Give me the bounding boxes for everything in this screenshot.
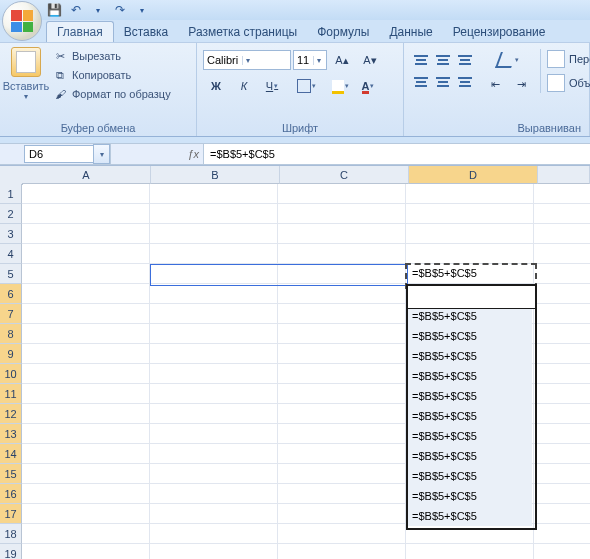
cell[interactable] bbox=[150, 264, 278, 284]
row-header[interactable]: 3 bbox=[0, 224, 22, 244]
cell[interactable] bbox=[150, 484, 278, 504]
cell[interactable] bbox=[534, 284, 590, 304]
cell-value[interactable]: =$B$5+$C$5 bbox=[409, 366, 480, 386]
col-header-E[interactable] bbox=[538, 166, 590, 184]
row-header[interactable]: 17 bbox=[0, 504, 22, 524]
cell[interactable] bbox=[150, 444, 278, 464]
cell[interactable] bbox=[22, 484, 150, 504]
font-color-button[interactable]: A bbox=[355, 75, 381, 97]
row-header[interactable]: 18 bbox=[0, 524, 22, 544]
shrink-font-button[interactable]: A▾ bbox=[357, 49, 383, 71]
row-header[interactable]: 4 bbox=[0, 244, 22, 264]
cell[interactable] bbox=[22, 524, 150, 544]
cell[interactable] bbox=[22, 384, 150, 404]
cell[interactable] bbox=[150, 204, 278, 224]
cell[interactable] bbox=[150, 344, 278, 364]
undo-icon[interactable]: ↶ bbox=[68, 2, 84, 18]
cell[interactable] bbox=[22, 204, 150, 224]
cell[interactable] bbox=[278, 224, 406, 244]
cell[interactable] bbox=[22, 344, 150, 364]
decrease-indent-button[interactable]: ⇤ bbox=[482, 73, 508, 95]
row-header[interactable]: 2 bbox=[0, 204, 22, 224]
cell[interactable] bbox=[278, 444, 406, 464]
cell[interactable] bbox=[22, 264, 150, 284]
cell-value[interactable]: =$B$5+$C$5 bbox=[409, 286, 480, 306]
cell[interactable] bbox=[278, 464, 406, 484]
cell[interactable] bbox=[534, 464, 590, 484]
cell[interactable] bbox=[278, 344, 406, 364]
cell[interactable] bbox=[22, 304, 150, 324]
cell[interactable] bbox=[534, 404, 590, 424]
cell[interactable] bbox=[278, 184, 406, 204]
cell-value[interactable]: =$B$5+$C$5 bbox=[409, 486, 480, 506]
row-header[interactable]: 19 bbox=[0, 544, 22, 559]
cell[interactable] bbox=[406, 544, 534, 559]
qat-customize-icon[interactable]: ▾ bbox=[134, 2, 150, 18]
cell[interactable] bbox=[22, 424, 150, 444]
cell[interactable] bbox=[278, 284, 406, 304]
cell[interactable] bbox=[534, 424, 590, 444]
copy-button[interactable]: ⧉ Копировать bbox=[52, 67, 171, 83]
cell[interactable] bbox=[22, 444, 150, 464]
cell[interactable] bbox=[278, 204, 406, 224]
cell[interactable] bbox=[150, 524, 278, 544]
align-bottom-button[interactable] bbox=[454, 49, 476, 71]
cell[interactable] bbox=[22, 544, 150, 559]
row-header[interactable]: 10 bbox=[0, 364, 22, 384]
cell[interactable] bbox=[278, 504, 406, 524]
cut-button[interactable]: ✂ Вырезать bbox=[52, 48, 171, 64]
cell[interactable] bbox=[150, 364, 278, 384]
tab-formulas[interactable]: Формулы bbox=[307, 22, 379, 42]
cell[interactable] bbox=[22, 364, 150, 384]
cell-D5[interactable]: =$B$5+$C$5 bbox=[409, 267, 480, 279]
cell[interactable] bbox=[22, 324, 150, 344]
row-header[interactable]: 1 bbox=[0, 184, 22, 204]
align-center-button[interactable] bbox=[432, 71, 454, 93]
row-header[interactable]: 12 bbox=[0, 404, 22, 424]
row-header[interactable]: 7 bbox=[0, 304, 22, 324]
name-box[interactable]: D6 ▾ bbox=[0, 144, 111, 164]
grow-font-button[interactable]: A▴ bbox=[329, 49, 355, 71]
tab-insert[interactable]: Вставка bbox=[114, 22, 179, 42]
row-header[interactable]: 14 bbox=[0, 444, 22, 464]
cell[interactable] bbox=[22, 504, 150, 524]
cell[interactable] bbox=[22, 244, 150, 264]
col-header-B[interactable]: B bbox=[151, 166, 280, 184]
cell[interactable] bbox=[278, 364, 406, 384]
underline-button[interactable]: Ч bbox=[259, 75, 285, 97]
format-painter-button[interactable]: 🖌 Формат по образцу bbox=[52, 86, 171, 102]
cell[interactable] bbox=[150, 284, 278, 304]
cell[interactable] bbox=[150, 424, 278, 444]
cell[interactable] bbox=[150, 224, 278, 244]
undo-dropdown-icon[interactable]: ▾ bbox=[90, 2, 106, 18]
row-header[interactable]: 13 bbox=[0, 424, 22, 444]
cell-value[interactable]: =$B$5+$C$5 bbox=[409, 346, 480, 366]
cell[interactable] bbox=[406, 244, 534, 264]
align-right-button[interactable] bbox=[454, 71, 476, 93]
cell-value[interactable]: =$B$5+$C$5 bbox=[409, 386, 480, 406]
align-left-button[interactable] bbox=[410, 71, 432, 93]
row-header[interactable]: 6 bbox=[0, 284, 22, 304]
cell[interactable] bbox=[22, 224, 150, 244]
cell[interactable] bbox=[150, 464, 278, 484]
cell-value[interactable]: =$B$5+$C$5 bbox=[409, 306, 480, 326]
row-header[interactable]: 11 bbox=[0, 384, 22, 404]
fx-icon[interactable]: ƒx bbox=[111, 144, 204, 164]
paste-button[interactable]: Вставить ▾ bbox=[4, 45, 48, 103]
cell[interactable] bbox=[534, 264, 590, 284]
cell[interactable] bbox=[150, 304, 278, 324]
wrap-text-button[interactable]: Перенос bbox=[547, 49, 590, 69]
cell[interactable] bbox=[534, 544, 590, 559]
cell[interactable] bbox=[278, 264, 406, 284]
cell[interactable] bbox=[406, 224, 534, 244]
increase-indent-button[interactable]: ⇥ bbox=[508, 73, 534, 95]
cell[interactable] bbox=[22, 184, 150, 204]
row-header[interactable]: 16 bbox=[0, 484, 22, 504]
cell[interactable] bbox=[278, 524, 406, 544]
cell[interactable] bbox=[278, 544, 406, 559]
col-header-C[interactable]: C bbox=[280, 166, 409, 184]
align-top-button[interactable] bbox=[410, 49, 432, 71]
cell-value[interactable]: =$B$5+$C$5 bbox=[409, 406, 480, 426]
spreadsheet[interactable]: A B C D 1 2 3 4 5 6 7 8 9 10 11 12 13 14… bbox=[0, 165, 590, 559]
tab-home[interactable]: Главная bbox=[46, 21, 114, 42]
